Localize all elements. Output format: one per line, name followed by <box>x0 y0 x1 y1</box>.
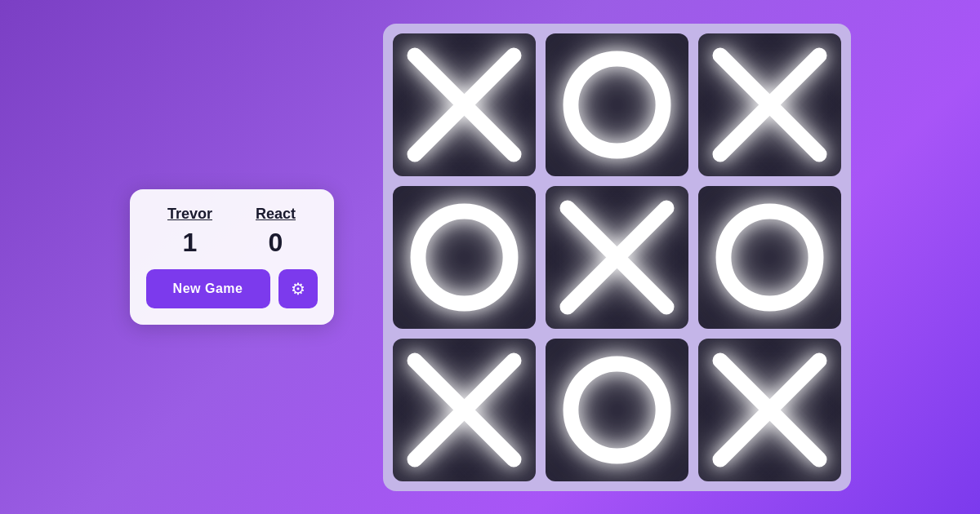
o-icon <box>546 339 688 481</box>
cell-1[interactable] <box>546 33 688 176</box>
cell-0[interactable] <box>393 33 536 176</box>
player2-name: React <box>256 206 296 223</box>
svg-point-8 <box>723 210 815 303</box>
gear-icon: ⚙ <box>291 279 305 299</box>
main-layout: Trevor 1 React 0 New Game ⚙ <box>130 24 851 491</box>
new-game-button[interactable]: New Game <box>146 269 270 308</box>
player2-column: React 0 <box>256 206 296 258</box>
x-icon <box>698 339 841 481</box>
cell-4[interactable] <box>546 186 688 329</box>
o-icon <box>393 186 536 329</box>
settings-button[interactable]: ⚙ <box>278 269 318 308</box>
player1-score: 1 <box>183 228 198 258</box>
svg-point-5 <box>417 210 510 303</box>
cell-7[interactable] <box>546 339 688 481</box>
cell-5[interactable] <box>698 186 841 329</box>
x-icon <box>393 33 536 176</box>
x-icon <box>698 33 841 176</box>
x-icon <box>393 339 536 481</box>
player1-column: Trevor 1 <box>167 206 212 258</box>
cell-8[interactable] <box>698 339 841 481</box>
x-icon <box>546 186 688 329</box>
cell-6[interactable] <box>393 339 536 481</box>
o-icon <box>698 186 841 329</box>
player2-score: 0 <box>269 228 283 258</box>
score-panel: Trevor 1 React 0 New Game ⚙ <box>130 189 334 325</box>
score-row: Trevor 1 React 0 <box>146 206 318 258</box>
controls-row: New Game ⚙ <box>146 269 318 308</box>
cell-3[interactable] <box>393 186 536 329</box>
cell-2[interactable] <box>698 33 841 176</box>
game-board <box>383 24 851 491</box>
o-icon <box>546 33 688 176</box>
player1-name: Trevor <box>167 206 212 223</box>
svg-point-11 <box>570 363 662 455</box>
svg-point-2 <box>570 58 662 150</box>
